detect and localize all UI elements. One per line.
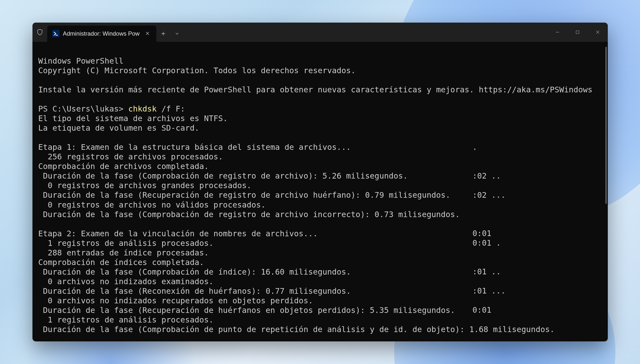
output-line: Duración de la fase (Comprobación de pun… [38,325,555,334]
output-line: La etiqueta de volumen es SD-card. [38,123,199,133]
output-line: 0 registros de archivos grandes procesad… [38,181,251,190]
prompt-prefix: PS C:\Users\lukas> [38,104,128,114]
powershell-icon [52,30,60,37]
minimize-button[interactable] [547,22,567,42]
maximize-button[interactable] [567,22,588,42]
output-status-right: 0:01 [473,229,491,238]
tab-close-button[interactable] [143,29,152,38]
output-line: 1 registros de análisis procesados. [38,238,214,248]
output-line: 1 registros de análisis procesados. [38,315,214,324]
titlebar-drag-area[interactable] [184,22,547,42]
output-line: 0 archivos no indizados examinados. [38,277,214,286]
output-line: 288 entradas de índice procesadas. [38,248,209,258]
output-status-right: . [473,142,477,152]
output-line: Comprobación de índices completada. [38,258,204,267]
tab-actions [156,26,184,42]
output-status-right: 0:01 [473,305,491,315]
tab-title: Administrador: Windows Pow [63,30,140,37]
prompt-args: /f F: [157,104,185,114]
output-line: Copyright (C) Microsoft Corporation. Tod… [38,66,356,75]
output-status-right: :02 ... [473,190,506,200]
output-line: Duración de la fase (Reconexión de huérf… [38,286,351,296]
output-line: Duración de la fase (Recuperación de hué… [38,306,455,315]
output-line: Duración de la fase (Comprobación de índ… [38,267,351,276]
new-tab-button[interactable] [156,27,170,40]
output-line: Etapa 1: Examen de la estructura básica … [38,142,351,152]
output-status-right: :01 ... [473,286,506,296]
output-line: Instale la versión más reciente de Power… [38,85,592,94]
output-line: 0 registros de archivos no válidos proce… [38,200,266,210]
output-status-right: :02 .. [473,171,501,181]
close-button[interactable] [588,22,608,42]
admin-shield-icon [33,22,47,42]
tab-powershell[interactable]: Administrador: Windows Pow [47,26,156,42]
output-line: Comprobación de archivos completada. [38,162,209,171]
output-line: Duración de la fase (Comprobación de reg… [38,171,408,180]
window-controls [547,22,608,42]
output-line: 0 archivos no indizados recuperados en o… [38,296,313,305]
output-line: 256 registros de archivos procesados. [38,152,223,161]
output-status-right: 0:01 . [473,238,501,248]
terminal-output[interactable]: Windows PowerShell Copyright (C) Microso… [33,42,608,342]
output-line: Windows PowerShell [38,56,124,66]
scrollbar[interactable] [605,47,607,204]
output-status-right: :01 .. [473,267,501,276]
output-line: Etapa 2: Examen de la vinculación de nom… [38,229,318,238]
terminal-window: Administrador: Windows Pow [33,22,608,342]
output-line: El tipo del sistema de archivos es NTFS. [38,114,228,123]
tab-dropdown-button[interactable] [170,27,184,40]
output-line: Duración de la fase (Comprobación de reg… [38,210,460,219]
output-line: Duración de la fase (Recuperación de reg… [38,190,450,200]
prompt-command: chkdsk [128,104,157,114]
titlebar[interactable]: Administrador: Windows Pow [33,22,608,42]
svg-rect-6 [576,31,579,34]
